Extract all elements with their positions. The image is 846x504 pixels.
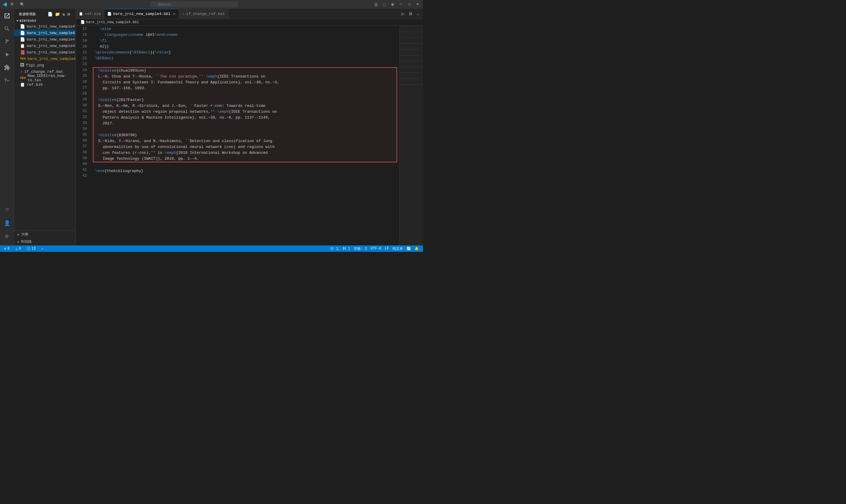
extensions-activity-icon[interactable] [1,62,13,73]
error-status[interactable]: ⊘ 0 [2,246,11,252]
file-item-log[interactable]: 📋 bare_jrnl_new_sample4.log [14,42,75,49]
minimize-btn[interactable]: — [398,1,404,7]
split-editor-icon[interactable]: ⊟ [408,10,413,17]
sidebar-tree: ▼ BIBTEXEX 📄 bare_jrnl_new_sample4.aux 📄… [14,18,75,230]
more-actions-icon[interactable]: … [416,11,421,17]
file-label-pdf: bare_jrnl_new_sample4.pdf [27,50,75,55]
code-line-34 [93,127,396,132]
outline-section[interactable]: ▶ 大纲 [14,231,75,238]
account-activity-icon[interactable]: 👤 [1,217,13,229]
file-item-bbl[interactable]: 📄 bare_jrnl_new_sample4.bbl [14,30,75,36]
language-text: 纯文本 [392,246,403,251]
main-layout: TEX ⏱ 👤 ⚙ 资源管理器 📄 📁 ↻ ⊟ ▼ BIBTEXEX [0,9,423,246]
file-item-tex2[interactable]: TEX New_IEEEtran_how-to.tex [14,75,75,81]
encoding[interactable]: UTF-8 [369,246,383,252]
new-folder-icon[interactable]: 📁 [54,11,61,17]
tex-activity-icon[interactable]: TEX [1,75,13,86]
settings-activity-icon[interactable]: ⚙ [1,230,13,242]
titlebar-actions: ◫ ⬚ ⊞ — ☐ ✕ [373,1,421,7]
tab-ref-bib[interactable]: 📋 ref.bib [76,9,104,19]
line-number-19: 19 [76,38,87,44]
bibtexex-section-header[interactable]: ▼ BIBTEXEX [14,18,75,23]
error-count: 0 [7,247,10,251]
line-number-28: 28 [76,91,87,96]
status-right: 行 1, 列 1 空格: 2 UTF-8 LF 纯文本 🔄 🔔 [329,246,421,252]
line-number-40: 40 [76,161,87,167]
collapse-all-icon[interactable]: ⊟ [67,11,71,17]
file-item-tex[interactable]: TEX bare_jrnl_new_sample4.tex 8 [14,55,75,62]
tab-label-bbl: bare_jrnl_new_sample4.bbl [113,12,171,16]
panel-toggle-btn[interactable]: ⬚ [381,1,387,7]
explorer-activity-icon[interactable] [1,10,13,22]
tab-icon-ref-bib: 📋 [79,12,83,16]
breadcrumb-filename: bare_jrnl_new_sample4.bbl [86,20,139,24]
line-number-41: 41 [76,167,87,173]
file-icon-log: 📋 [20,43,25,49]
code-line-41: \end{thebibliography} [90,168,400,174]
file-item-png[interactable]: 🖼 fig1.png [14,62,75,68]
menu-icon[interactable]: ≡ [10,1,15,8]
new-file-icon[interactable]: 📄 [47,11,53,17]
check-icon: ✓ [41,247,43,251]
run-activity-icon[interactable] [1,49,13,60]
notification-bell[interactable]: 🔔 [413,246,421,252]
search-activity-icon[interactable] [1,23,13,35]
code-line-27: pp. 147--156, 1993. [93,86,396,91]
search-icon: 🔍 [20,2,24,7]
file-label-aux: bare_jrnl_new_sample4.aux [27,24,75,29]
timeline-label: 时间线 [21,239,32,244]
code-content[interactable]: \else \language=\csname l@#1\endcsname \… [90,25,400,246]
indentation[interactable]: 空格: 2 [352,246,369,252]
warning-status[interactable]: △ 8 [14,246,22,252]
file-label-bbl: bare_jrnl_new_sample4.bbl [27,31,75,35]
sidebar-toggle-btn[interactable]: ◫ [373,1,378,7]
code-line-22: \BIBdecl [90,55,400,61]
code-line-40 [90,162,400,168]
line-ending[interactable]: LF [383,246,391,252]
code-line-42 [90,174,400,180]
language-mode[interactable]: 纯文本 [391,246,405,252]
file-icon-tex2: TEX [20,76,26,80]
code-line-19: \fi [90,38,400,44]
sidebar-title: 资源管理器 [19,12,36,16]
layout-btn[interactable]: ⊞ [389,1,395,7]
source-control-activity-icon[interactable] [1,36,13,48]
bibtexex-section: ▼ BIBTEXEX 📄 bare_jrnl_new_sample4.aux 📄… [14,18,75,88]
line-number-24: 24 [76,67,87,73]
file-item-blg[interactable]: 📄 bare_jrnl_new_sample4.blg [14,36,75,42]
line-number-32: 32 [76,114,87,120]
code-editor[interactable]: 1718192021222324252627282930313233343536… [76,25,400,246]
tab-close-bbl[interactable]: ✕ [173,11,176,17]
code-line-38: cnn features (r-cnn),'' in \emph{2018 In… [93,150,396,156]
close-btn[interactable]: ✕ [415,1,421,7]
check-status[interactable]: ✓ [40,246,45,252]
line-number-30: 30 [76,103,87,108]
maximize-btn[interactable]: ☐ [406,1,412,7]
info-status[interactable]: ⓘ 13 [25,246,37,252]
tab-icon-bat: ⚡ [182,12,184,16]
global-search-input[interactable] [150,1,238,7]
file-label-tex2: New_IEEEtran_how-to.tex [28,74,73,83]
run-action-icon[interactable]: ▷ [400,10,406,17]
sync-status[interactable]: 🔄 [405,246,413,252]
cursor-position-text: 行 1, 列 1 [331,246,350,251]
code-line-31: object detection with region proposal ne… [93,109,396,115]
encoding-text: UTF-8 [371,247,381,251]
cursor-position[interactable]: 行 1, 列 1 [329,246,352,252]
refresh-icon[interactable]: ↻ [62,11,66,17]
code-line-35: \bibitem{8369798} [93,132,396,138]
file-item-aux[interactable]: 📄 bare_jrnl_new_sample4.aux [14,23,75,30]
tab-bar: 📋 ref.bib 📄 bare_jrnl_new_sample4.bbl ✕ … [76,9,423,19]
line-number-27: 27 [76,85,87,91]
file-icon-tex: TEX [20,57,26,60]
titlebar: ≡ 🔍 ◫ ⬚ ⊞ — ☐ ✕ [0,0,423,9]
file-item-pdf[interactable]: 📕 bare_jrnl_new_sample4.pdf [14,49,75,55]
timeline-section[interactable]: ▶ 时间线 [14,238,75,246]
timeline-activity-icon[interactable]: ⏱ [1,204,13,216]
tab-bbl[interactable]: 📄 bare_jrnl_new_sample4.bbl ✕ [104,9,179,19]
indentation-text: 空格: 2 [354,246,367,251]
line-number-39: 39 [76,155,87,161]
code-line-32: Pattern Analysis & Machine Intelligence}… [93,115,396,121]
line-number-42: 42 [76,173,87,179]
tab-bat[interactable]: ⚡ if_change_ref.bat [179,9,228,19]
